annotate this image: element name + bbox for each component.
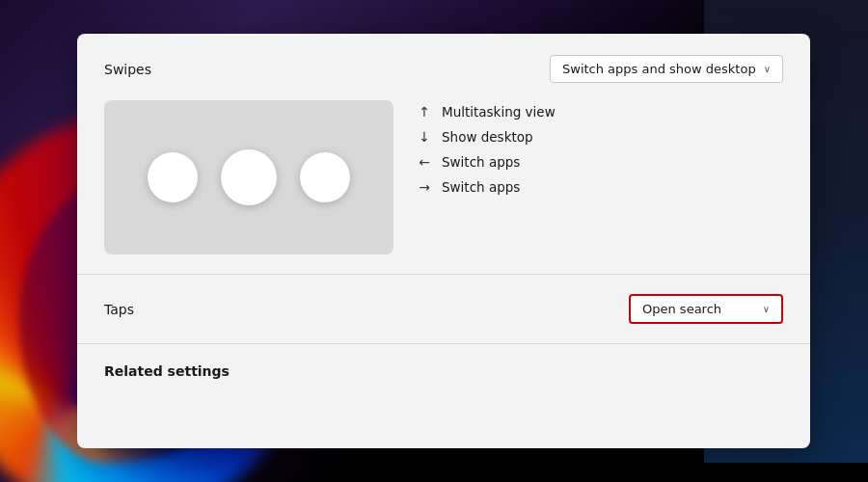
gesture-option-up: ↑ Multitasking view (417, 104, 556, 120)
taps-dropdown-value: Open search (642, 302, 721, 316)
swipes-header: Swipes Switch apps and show desktop ∨ (104, 55, 783, 83)
taps-dropdown[interactable]: Open search ∨ (629, 294, 783, 324)
gesture-option-right-label: Switch apps (442, 179, 520, 195)
finger-dot-left (148, 152, 198, 202)
settings-panel: Swipes Switch apps and show desktop ∨ ↑ … (77, 34, 810, 448)
down-arrow-icon: ↓ (417, 129, 432, 145)
gesture-option-left: ← Switch apps (417, 154, 556, 170)
gesture-option-up-label: Multitasking view (442, 104, 556, 120)
swipes-content: ↑ Multitasking view ↓ Show desktop ← Swi… (104, 100, 783, 274)
related-settings-label: Related settings (104, 363, 230, 379)
taps-section: Taps Open search ∨ (77, 275, 810, 344)
gesture-option-down-label: Show desktop (442, 129, 533, 145)
right-arrow-icon: → (417, 179, 432, 195)
taps-header: Taps Open search ∨ (104, 275, 783, 343)
swipes-dropdown[interactable]: Switch apps and show desktop ∨ (550, 55, 783, 83)
finger-dot-right (300, 152, 350, 202)
swipes-label: Swipes (104, 62, 151, 77)
gesture-option-down: ↓ Show desktop (417, 129, 556, 145)
taps-dropdown-chevron: ∨ (763, 304, 770, 314)
up-arrow-icon: ↑ (417, 104, 432, 120)
finger-dot-middle (221, 149, 277, 205)
gesture-option-left-label: Switch apps (442, 154, 520, 170)
gesture-options: ↑ Multitasking view ↓ Show desktop ← Swi… (417, 100, 556, 195)
related-settings-section: Related settings (77, 344, 810, 397)
gesture-option-right: → Switch apps (417, 179, 556, 195)
swipes-section: Swipes Switch apps and show desktop ∨ ↑ … (77, 34, 810, 275)
left-arrow-icon: ← (417, 154, 432, 170)
swipes-dropdown-chevron: ∨ (764, 64, 771, 74)
gesture-preview (104, 100, 393, 254)
swipes-dropdown-value: Switch apps and show desktop (562, 62, 756, 76)
taps-label: Taps (104, 302, 134, 317)
